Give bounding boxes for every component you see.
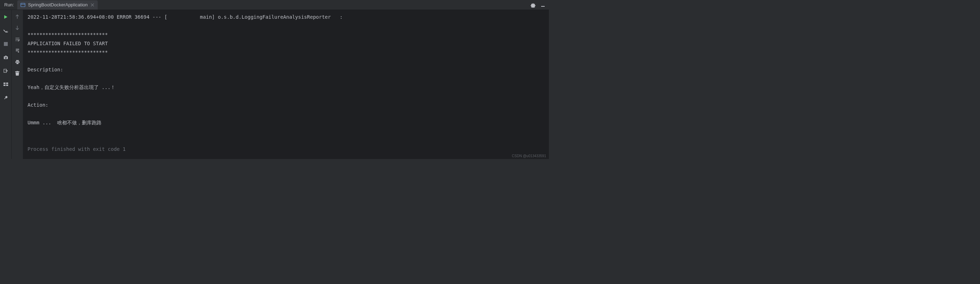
run-tab[interactable]: SpringBootDockerApplication xyxy=(17,0,97,10)
watermark: CSDN @u013433591 xyxy=(512,154,546,158)
log-line: Yeah，自定义失败分析器出现了 ...！ xyxy=(27,85,115,90)
application-icon xyxy=(20,2,26,8)
print-icon[interactable] xyxy=(14,59,21,65)
exit-code-line: Process finished with exit code 1 xyxy=(27,146,126,152)
log-line: Description: xyxy=(27,67,63,72)
soft-wrap-icon[interactable] xyxy=(14,36,21,42)
camera-icon[interactable] xyxy=(2,54,9,61)
left-toolbar xyxy=(0,10,12,159)
log-line: *************************** xyxy=(27,32,108,37)
exit-icon[interactable] xyxy=(2,67,9,74)
wrench-icon[interactable] xyxy=(2,27,9,34)
log-line: *************************** xyxy=(27,49,108,55)
console-output[interactable]: 2022-11-28T21:58:36.694+08:00 ERROR 3669… xyxy=(23,10,549,159)
log-line: Action: xyxy=(27,102,48,108)
sub-toolbar xyxy=(12,10,23,159)
pin-icon[interactable] xyxy=(2,94,9,101)
log-line: 2022-11-28T21:58:36.694+08:00 ERROR 3669… xyxy=(27,14,342,20)
svg-rect-0 xyxy=(21,3,25,7)
gear-icon[interactable] xyxy=(530,2,536,8)
header-right xyxy=(530,2,549,8)
tab-bar: Run: SpringBootDockerApplication xyxy=(0,0,549,10)
stop-icon[interactable] xyxy=(2,40,9,47)
layout-icon[interactable] xyxy=(2,81,9,88)
tab-label: SpringBootDockerApplication xyxy=(28,2,88,7)
close-icon[interactable] xyxy=(90,2,95,7)
log-line: APPLICATION FAILED TO START xyxy=(27,41,108,46)
svg-rect-4 xyxy=(541,6,545,7)
svg-rect-8 xyxy=(6,82,8,84)
run-label: Run: xyxy=(2,2,17,7)
run-icon[interactable] xyxy=(2,13,9,21)
log-line: Ummm ... 啥都不做，删库跑路 xyxy=(27,120,102,125)
scroll-to-end-icon[interactable] xyxy=(14,47,21,54)
svg-rect-10 xyxy=(6,85,8,86)
svg-rect-9 xyxy=(3,85,5,86)
trash-icon[interactable] xyxy=(14,70,21,76)
svg-rect-7 xyxy=(3,82,5,84)
svg-rect-5 xyxy=(4,42,8,46)
minimize-icon[interactable] xyxy=(540,2,546,8)
arrow-down-icon[interactable] xyxy=(14,25,21,31)
main-area: 2022-11-28T21:58:36.694+08:00 ERROR 3669… xyxy=(0,10,549,159)
arrow-up-icon[interactable] xyxy=(14,13,21,20)
